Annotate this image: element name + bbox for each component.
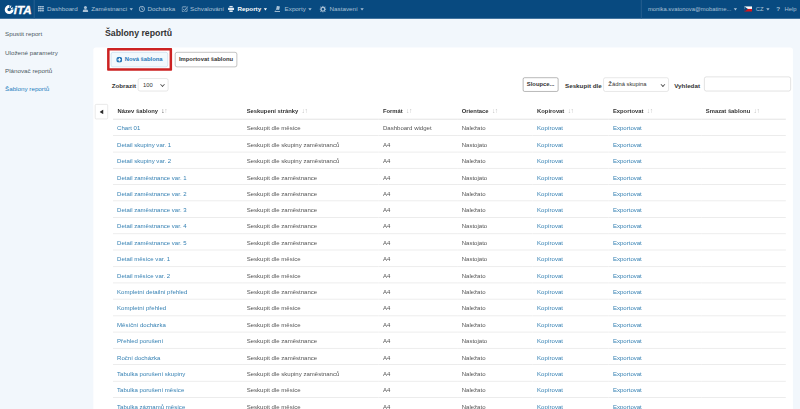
svg-text:iTA: iTA: [14, 3, 32, 16]
